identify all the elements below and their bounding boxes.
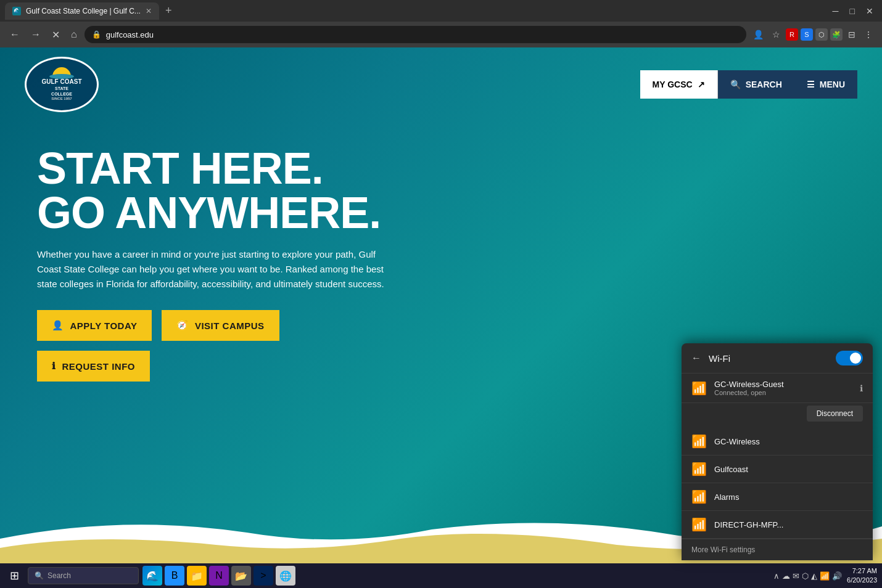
taskbar-app-edge[interactable]: 🌊 xyxy=(142,566,162,586)
headline-line1: START HERE. xyxy=(37,144,323,193)
maximize-button[interactable]: □ xyxy=(846,5,859,17)
info-icon: ℹ xyxy=(52,361,56,372)
taskbar-app-terminal[interactable]: > xyxy=(253,566,273,586)
taskbar-dropbox-icon[interactable]: ⬡ xyxy=(802,571,809,581)
request-info-button[interactable]: ℹ REQUEST INFO xyxy=(37,351,150,382)
hamburger-icon: ☰ xyxy=(807,80,815,89)
start-button[interactable]: ⊞ xyxy=(5,566,24,585)
search-button[interactable]: 🔍 SEARCH xyxy=(718,70,794,99)
wifi-back-icon[interactable]: ← xyxy=(691,353,701,364)
hero-buttons: 👤 APPLY TODAY 🧭 VISIT CAMPUS ℹ REQUEST I… xyxy=(37,310,395,382)
headline-line2: GO ANYWHERE. xyxy=(37,188,381,237)
taskbar-app-explorer[interactable]: 📁 xyxy=(187,566,207,586)
nav-right-icons: 👤 ☆ R S ⬡ 🧩 ⊟ ⋮ xyxy=(750,27,876,42)
clock-time: 7:27 AM xyxy=(847,566,877,576)
address-bar[interactable]: 🔒 gulfcoast.edu xyxy=(84,26,746,43)
site-header: GULF COAST STATE COLLEGE SINCE 1957 MY G… xyxy=(0,47,882,121)
active-tab[interactable]: 🌊 Gulf Coast State College | Gulf C... ✕ xyxy=(5,2,159,20)
home-button[interactable]: ⌂ xyxy=(67,27,81,43)
profile-icon[interactable]: 👤 xyxy=(750,27,767,42)
taskbar-cloud-icon[interactable]: ☁ xyxy=(782,571,790,581)
menu-label: MENU xyxy=(820,80,845,89)
hero-headline: START HERE. GO ANYWHERE. xyxy=(37,146,395,235)
ext-icon-2[interactable]: S xyxy=(801,28,813,41)
sidebar-icon[interactable]: ⊟ xyxy=(845,27,859,42)
hero-content: START HERE. GO ANYWHERE. Whether you hav… xyxy=(0,121,432,406)
hero-description: Whether you have a career in mind or you… xyxy=(37,247,395,292)
apply-label: APPLY TODAY xyxy=(70,321,138,331)
wifi-network-item-5[interactable]: 📶 DIRECT-GH-MFP... xyxy=(682,511,873,539)
wifi-network-name-4: Alarms xyxy=(714,492,863,502)
wifi-panel: ← Wi-Fi 📶 GC-Wireless-Guest Connected, o… xyxy=(682,343,873,560)
forward-button[interactable]: → xyxy=(27,27,44,43)
taskbar-system-icons: ∧ ☁ ✉ ⬡ ◭ 📶 🔊 xyxy=(773,571,842,581)
back-button[interactable]: ← xyxy=(6,27,23,43)
tab-title: Gulf Coast State College | Gulf C... xyxy=(26,7,141,15)
taskbar-volume-icon[interactable]: 🔊 xyxy=(832,571,842,581)
search-label: SEARCH xyxy=(746,80,782,89)
wifi-network-name-3: Gulfcoast xyxy=(714,465,863,474)
taskbar-app-bing[interactable]: B xyxy=(165,566,184,586)
star-icon[interactable]: ☆ xyxy=(769,27,783,42)
wifi-network-info-5: DIRECT-GH-MFP... xyxy=(714,520,863,529)
wifi-connected-network-info: GC-Wireless-Guest Connected, open xyxy=(714,380,852,396)
wifi-network-info-4: Alarms xyxy=(714,492,863,502)
request-label: REQUEST INFO xyxy=(62,361,136,372)
wifi-panel-header: ← Wi-Fi xyxy=(682,343,873,374)
wifi-network-item-2[interactable]: 📶 GC-Wireless xyxy=(682,428,873,455)
ext-icon-4[interactable]: 🧩 xyxy=(830,28,843,41)
wifi-more-settings-link[interactable]: More Wi-Fi settings xyxy=(682,539,873,560)
wifi-connected-status: Connected, open xyxy=(714,389,852,396)
clock-date: 6/20/2023 xyxy=(847,576,877,585)
wifi-network-name-5: DIRECT-GH-MFP... xyxy=(714,520,863,529)
ext-icon-1[interactable]: R xyxy=(786,28,798,41)
minimize-button[interactable]: ─ xyxy=(829,5,843,17)
wifi-info-icon[interactable]: ℹ xyxy=(860,383,863,393)
more-icon[interactable]: ⋮ xyxy=(861,27,876,42)
reload-button[interactable]: ✕ xyxy=(48,27,64,43)
taskbar-mail-icon[interactable]: ✉ xyxy=(793,571,799,581)
logo-container[interactable]: GULF COAST STATE COLLEGE SINCE 1957 xyxy=(25,57,99,112)
wifi-network-item-3[interactable]: 📶 Gulfcoast xyxy=(682,455,873,483)
visit-campus-button[interactable]: 🧭 VISIT CAMPUS xyxy=(162,310,279,341)
wifi-network-item-4[interactable]: 📶 Alarms xyxy=(682,483,873,511)
window-controls: ─ □ ✕ xyxy=(829,5,877,17)
url-text: gulfcoast.edu xyxy=(106,30,154,39)
new-tab-button[interactable]: + xyxy=(162,4,176,17)
taskbar-search-placeholder: Search xyxy=(47,571,71,580)
logo-text: GULF COAST STATE COLLEGE SINCE 1957 xyxy=(42,78,82,102)
my-gcsc-button[interactable]: MY GCSC ↗ xyxy=(640,70,718,99)
wifi-panel-title: Wi-Fi xyxy=(709,353,828,364)
taskbar-app-chrome[interactable]: 🌐 xyxy=(276,566,295,586)
external-link-icon: ↗ xyxy=(698,80,705,89)
visit-label: VISIT CAMPUS xyxy=(195,321,265,331)
wifi-toggle-switch[interactable] xyxy=(836,351,863,365)
wifi-network-info-3: Gulfcoast xyxy=(714,465,863,474)
taskbar-app-onenote[interactable]: N xyxy=(209,566,229,586)
taskbar: ⊞ 🔍 Search 🌊 B 📁 N 📂 > 🌐 ∧ ☁ ✉ ⬡ ◭ 📶 🔊 7… xyxy=(0,563,882,588)
wifi-signal-icon-2: 📶 xyxy=(691,434,707,449)
wifi-network-name-2: GC-Wireless xyxy=(714,437,863,446)
search-icon: 🔍 xyxy=(730,80,741,89)
wifi-network-info-2: GC-Wireless xyxy=(714,437,863,446)
header-nav: MY GCSC ↗ 🔍 SEARCH ☰ MENU xyxy=(640,70,857,99)
menu-button[interactable]: ☰ MENU xyxy=(794,70,857,99)
nav-bar: ← → ✕ ⌂ 🔒 gulfcoast.edu 👤 ☆ R S ⬡ 🧩 ⊟ ⋮ xyxy=(0,22,882,47)
close-button[interactable]: ✕ xyxy=(862,5,877,17)
wifi-network-item-connected[interactable]: 📶 GC-Wireless-Guest Connected, open ℹ xyxy=(682,374,873,403)
taskbar-up-icon[interactable]: ∧ xyxy=(773,571,780,581)
apply-today-button[interactable]: 👤 APPLY TODAY xyxy=(37,310,152,341)
taskbar-search-box[interactable]: 🔍 Search xyxy=(28,567,139,584)
ext-icon-3[interactable]: ⬡ xyxy=(815,28,828,41)
compass-icon: 🧭 xyxy=(176,320,189,331)
taskbar-location-icon[interactable]: ◭ xyxy=(811,571,817,581)
tab-bar: 🌊 Gulf Coast State College | Gulf C... ✕… xyxy=(5,2,877,20)
logo-sun xyxy=(52,67,71,76)
wifi-signal-icon-strong: 📶 xyxy=(691,381,707,396)
taskbar-apps: 🌊 B 📁 N 📂 > 🌐 xyxy=(142,566,295,586)
taskbar-app-files[interactable]: 📂 xyxy=(231,566,251,586)
lock-icon: 🔒 xyxy=(92,30,101,39)
taskbar-wifi-icon[interactable]: 📶 xyxy=(820,571,830,581)
tab-close-icon[interactable]: ✕ xyxy=(146,7,152,15)
wifi-disconnect-button[interactable]: Disconnect xyxy=(807,406,863,422)
